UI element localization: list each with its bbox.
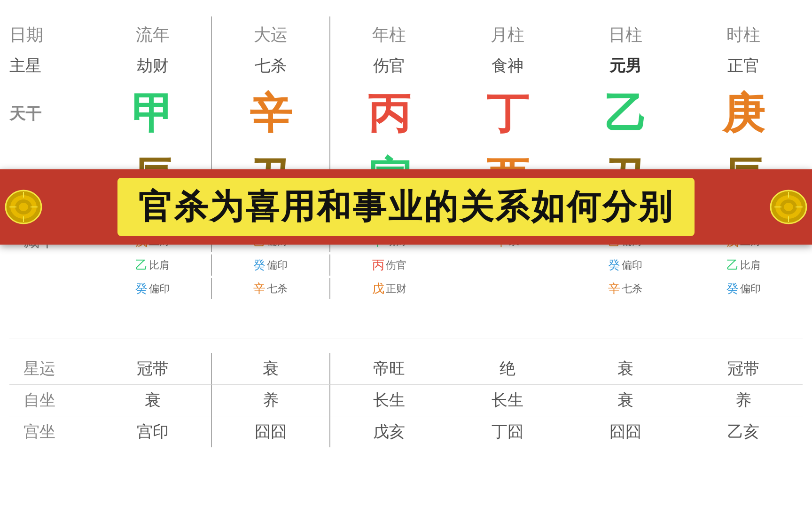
canggan-row3-label [9,278,94,299]
tiangan-label: 天干 [9,80,94,147]
header-row: 日期 流年 大运 年柱 月柱 日柱 时柱 [0,9,812,51]
tiangan-col5: 乙 [566,80,684,147]
xingyun-col6: 冠带 [685,353,803,384]
zhuxing-col3: 伤官 [330,51,448,80]
bottom-section: 星运 冠带 衰 帝旺 绝 衰 冠带 自坐 衰 养 长生 长生 衰 养 宫坐 宫印… [0,339,812,447]
zizuo-col3: 长生 [330,384,448,416]
zizuo-col4: 长生 [448,384,566,416]
gongzuo-col4: 丁囧 [448,416,566,447]
zhuxing-col2: 七杀 [212,51,330,80]
banner-outer: 官杀为喜用和事业的关系如何分别 [0,169,812,245]
header-nianzhu: 年柱 [330,16,448,51]
header-yuezhu: 月柱 [448,16,566,51]
zizuo-label: 自坐 [9,384,94,416]
header-shizhu: 时柱 [685,16,803,51]
banner-text: 官杀为喜用和事业的关系如何分别 [138,188,674,226]
canggan-r3-col3: 戊正财 [330,278,448,299]
canggan-row2: 乙比肩 癸偏印 丙伤官 癸偏印 乙比肩 [0,254,812,276]
page-wrapper: 日期 流年 大运 年柱 月柱 日柱 时柱 主星 劫财 七杀 伤官 食神 元男 正… [0,0,812,508]
zizuo-col1: 衰 [94,384,212,416]
svg-point-3 [19,203,28,211]
tiangan-col4: 丁 [448,80,566,147]
xingyun-col3: 帝旺 [330,353,448,384]
zhuxing-row: 主星 劫财 七杀 伤官 食神 元男 正官 [0,51,812,80]
zizuo-col2: 养 [212,384,330,416]
tiangan-col3: 丙 [330,80,448,147]
header-label-riqi: 日期 [9,16,94,51]
zhuxing-col4: 食神 [448,51,566,80]
canggan-r3-col6: 癸偏印 [685,278,803,299]
canggan-r2-col4 [448,254,566,276]
tiangan-row: 天干 甲 辛 丙 丁 乙 庚 [0,80,812,147]
gongzuo-col1: 宫印 [94,416,212,447]
zhuxing-col6: 正官 [685,51,803,80]
zhuxing-label: 主星 [9,51,94,80]
gongzuo-col3: 戊亥 [330,416,448,447]
gongzuo-col2: 囧囧 [212,416,330,447]
zhuxing-col1: 劫财 [94,51,212,80]
header-liunian: 流年 [94,16,212,51]
banner-container: 官杀为喜用和事业的关系如何分别 [0,169,812,245]
canggan-r2-col3: 丙伤官 [330,254,448,276]
gongzuo-col6: 乙亥 [685,416,803,447]
zizuo-col6: 养 [685,384,803,416]
gongzuo-row: 宫坐 宫印 囧囧 戊亥 丁囧 囧囧 乙亥 [0,416,812,447]
xingyun-col2: 衰 [212,353,330,384]
xingyun-col5: 衰 [566,353,684,384]
canggan-r2-col1: 乙比肩 [94,254,212,276]
canggan-r2-col5: 癸偏印 [566,254,684,276]
canggan-r2-col2: 癸偏印 [212,254,330,276]
canggan-r3-col2: 辛七杀 [212,278,330,299]
gongzuo-col5: 囧囧 [566,416,684,447]
canggan-r3-col1: 癸偏印 [94,278,212,299]
canggan-r3-col5: 辛七杀 [566,278,684,299]
gongzuo-label: 宫坐 [9,416,94,447]
tiangan-col1: 甲 [94,80,212,147]
tiangan-col6: 庚 [685,80,803,147]
header-rizhu: 日柱 [566,16,684,51]
canggan-row3: 癸偏印 辛七杀 戊正财 辛七杀 癸偏印 [0,278,812,299]
tiangan-col2: 辛 [212,80,330,147]
xingyun-row: 星运 冠带 衰 帝旺 绝 衰 冠带 [0,353,812,384]
canggan-row2-label [9,254,94,276]
right-ornament-icon [770,188,807,226]
header-dayun: 大运 [212,16,330,51]
svg-point-11 [784,203,793,211]
zizuo-col5: 衰 [566,384,684,416]
zhuxing-col5: 元男 [566,51,684,80]
canggan-r3-col4 [448,278,566,299]
banner-text-box: 官杀为喜用和事业的关系如何分别 [117,178,695,236]
xingyun-col1: 冠带 [94,353,212,384]
canggan-r2-col6: 乙比肩 [685,254,803,276]
left-ornament-icon [5,188,42,226]
xingyun-label: 星运 [9,353,94,384]
zizuo-row: 自坐 衰 养 长生 长生 衰 养 [0,384,812,416]
xingyun-col4: 绝 [448,353,566,384]
